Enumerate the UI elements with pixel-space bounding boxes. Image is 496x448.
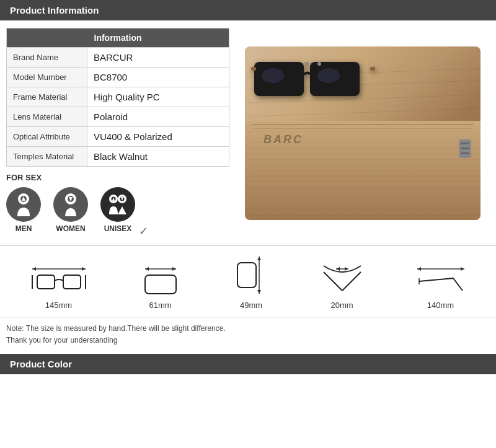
dim-icon-width bbox=[31, 260, 87, 297]
unisex-row: UNISEX ✓ bbox=[100, 187, 148, 233]
dim-lens-height-icon bbox=[234, 253, 268, 297]
svg-rect-36 bbox=[237, 263, 256, 288]
product-image: BARC bbox=[245, 46, 480, 220]
dim-item: 20mm bbox=[321, 263, 364, 310]
table-cell-value: VU400 & Polarized bbox=[87, 127, 229, 147]
svg-marker-11 bbox=[118, 206, 126, 214]
dim-temple-icon bbox=[416, 263, 466, 297]
table-cell-label: Brand Name bbox=[7, 48, 87, 68]
svg-rect-16 bbox=[251, 67, 256, 71]
dimensions-row: 145mm 61mm 49mm 20mm 140mm bbox=[6, 253, 490, 310]
table-cell-label: Temples Material bbox=[7, 147, 87, 167]
dim-label-lens-height: 49mm bbox=[240, 301, 262, 310]
table-row: Model MumberBC8700 bbox=[7, 68, 229, 87]
product-color-header: Product Color bbox=[0, 354, 496, 374]
svg-rect-26 bbox=[63, 275, 81, 289]
dim-icon-temple bbox=[416, 263, 466, 297]
left-panel: Information Brand NameBARCURModel Mumber… bbox=[6, 28, 229, 238]
svg-marker-23 bbox=[32, 267, 36, 271]
main-content: Information Brand NameBARCURModel Mumber… bbox=[0, 20, 496, 245]
glasses-svg bbox=[251, 50, 375, 112]
dim-width-icon bbox=[31, 260, 87, 297]
dim-item: 61mm bbox=[139, 260, 182, 310]
unisex-icon bbox=[107, 193, 129, 216]
table-cell-value: Polaroid bbox=[87, 107, 229, 127]
note-section: Note: The size is measured by hand.There… bbox=[0, 317, 496, 351]
men-icon bbox=[14, 193, 33, 216]
svg-marker-41 bbox=[345, 267, 348, 271]
table-cell-label: Model Mumber bbox=[7, 68, 87, 87]
dim-icon-lens-height bbox=[234, 253, 268, 297]
svg-point-21 bbox=[317, 62, 321, 66]
table-cell-value: BARCUR bbox=[87, 48, 229, 68]
dimensions-section: 145mm 61mm 49mm 20mm 140mm bbox=[0, 245, 496, 317]
svg-marker-43 bbox=[417, 267, 421, 271]
sex-option-women[interactable]: WOMEN bbox=[53, 187, 88, 233]
sex-option-men[interactable]: MEN bbox=[6, 187, 41, 233]
dim-icon-lens-width bbox=[139, 260, 182, 297]
women-icon bbox=[61, 193, 81, 216]
table-row: Optical AttributeVU400 & Polarized bbox=[7, 127, 229, 147]
svg-line-38 bbox=[342, 272, 361, 291]
women-label: WOMEN bbox=[56, 224, 85, 233]
table-cell-value: BC8700 bbox=[87, 68, 229, 87]
svg-rect-25 bbox=[37, 275, 55, 289]
women-icon-circle bbox=[53, 187, 88, 222]
dim-label-width: 145mm bbox=[45, 301, 72, 310]
table-cell-value: High Quality PC bbox=[87, 87, 229, 107]
table-row: Brand NameBARCUR bbox=[7, 48, 229, 68]
svg-marker-30 bbox=[145, 267, 149, 271]
wooden-box: BARC bbox=[245, 121, 480, 220]
svg-marker-24 bbox=[82, 267, 86, 271]
for-sex-section: FOR SEX MEN bbox=[6, 167, 229, 238]
unisex-label: UNISEX bbox=[104, 224, 132, 233]
table-cell-label: Optical Attribute bbox=[7, 127, 87, 147]
dim-label-lens-width: 61mm bbox=[149, 301, 171, 310]
table-header: Information bbox=[7, 29, 229, 48]
product-info-header: Product Information bbox=[0, 0, 496, 20]
dim-label-temple: 140mm bbox=[427, 301, 454, 310]
table-cell-label: Frame Material bbox=[7, 87, 87, 107]
table-row: Temples MaterialBlack Walnut bbox=[7, 147, 229, 167]
table-cell-value: Black Walnut bbox=[87, 147, 229, 167]
svg-rect-32 bbox=[145, 275, 176, 294]
table-row: Lens MaterialPolaroid bbox=[7, 107, 229, 127]
table-cell-label: Lens Material bbox=[7, 107, 87, 127]
for-sex-label: FOR SEX bbox=[6, 173, 229, 182]
dim-item: 140mm bbox=[416, 263, 466, 310]
svg-point-20 bbox=[305, 62, 309, 66]
svg-marker-34 bbox=[257, 257, 261, 260]
note-line2: Thank you for your understanding bbox=[6, 335, 490, 346]
dim-icon-bridge bbox=[321, 263, 364, 297]
sex-icons: MEN WOMEN bbox=[6, 187, 229, 238]
note-line1: Note: The size is measured by hand.There… bbox=[6, 323, 490, 335]
svg-point-18 bbox=[262, 68, 284, 83]
svg-rect-17 bbox=[370, 67, 375, 71]
right-panel: BARC bbox=[236, 28, 490, 238]
unisex-icon-circle bbox=[100, 187, 135, 222]
unisex-checkmark: ✓ bbox=[139, 224, 148, 238]
svg-marker-40 bbox=[336, 267, 340, 271]
svg-marker-44 bbox=[461, 267, 464, 271]
dim-lens-width-icon bbox=[139, 260, 182, 297]
sex-option-unisex[interactable]: UNISEX bbox=[100, 187, 135, 233]
dim-item: 49mm bbox=[234, 253, 268, 310]
dim-label-bridge: 20mm bbox=[330, 301, 353, 310]
dim-bridge-icon bbox=[321, 263, 364, 297]
svg-point-19 bbox=[317, 68, 340, 83]
info-table: Information Brand NameBARCURModel Mumber… bbox=[6, 28, 229, 167]
dim-item: 145mm bbox=[31, 260, 87, 310]
table-row: Frame MaterialHigh Quality PC bbox=[7, 87, 229, 107]
svg-line-37 bbox=[324, 272, 342, 291]
svg-marker-31 bbox=[172, 267, 176, 271]
men-label: MEN bbox=[16, 224, 32, 233]
men-icon-circle bbox=[6, 187, 41, 222]
svg-marker-35 bbox=[257, 290, 261, 294]
